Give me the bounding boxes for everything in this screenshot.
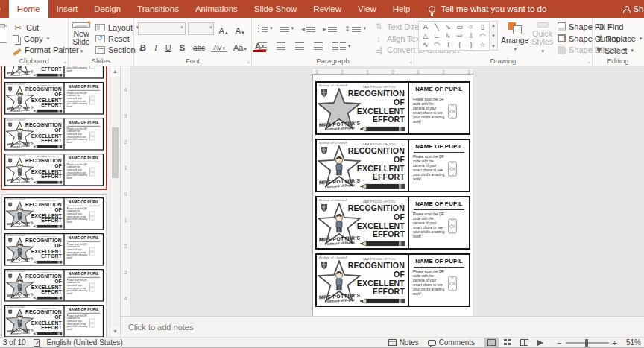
paste-button[interactable] [0, 21, 7, 55]
shape-gallery-item[interactable]: A [423, 23, 428, 31]
postcard[interactable]: Bishop of Llandaff' I AM PROUD OF YOU 'R… [315, 196, 470, 250]
shape-gallery-item[interactable]: △ [423, 32, 428, 39]
shape-gallery-item[interactable]: ▯ [481, 23, 484, 31]
tab-review[interactable]: Review [305, 0, 350, 18]
increase-indent-button[interactable]: ▸ [321, 22, 339, 35]
shape-gallery-item[interactable]: { [458, 41, 461, 48]
paste-icon [0, 25, 7, 43]
reading-view-icon [520, 339, 528, 346]
shape-gallery-item[interactable]: ⇨ [457, 32, 463, 39]
tab-animations[interactable]: Animations [187, 0, 246, 18]
smartart-icon: ⇶ [373, 45, 384, 55]
select-button[interactable]: Select▾ [596, 45, 643, 55]
line-spacing-button[interactable]: ⇕▾ [342, 22, 368, 35]
columns-button[interactable]: ▾ [330, 39, 353, 53]
find-button[interactable]: Find [596, 22, 643, 32]
font-size-combo[interactable] [188, 22, 215, 35]
slide-sorter-view-button[interactable] [500, 338, 515, 347]
slide-thumbnail-selected[interactable]: Bishop of Llandaff' I AM PROUD OF YOU 'R… [1, 66, 107, 190]
zoom-slider[interactable] [566, 342, 609, 344]
thumbnail-scrollbar[interactable]: ▲ ▼ [110, 66, 120, 337]
comments-toggle[interactable]: Comments [428, 338, 475, 347]
share-button[interactable]: Share [623, 0, 644, 18]
zoom-level[interactable]: 51% [626, 338, 641, 347]
tab-insert[interactable]: Insert [48, 0, 86, 18]
replace-button[interactable]: abacReplace▾ [596, 34, 643, 44]
drawing-dialog-launcher[interactable]: ⌟ [587, 58, 590, 64]
postcard[interactable]: Bishop of Llandaff' I AM PROUD OF YOU 'R… [315, 253, 470, 307]
shape-gallery-item[interactable]: ↳ [446, 32, 452, 39]
slide-show-button[interactable] [533, 338, 548, 347]
align-right-button[interactable] [293, 39, 306, 53]
increase-font-size-button[interactable]: A▲ [216, 22, 230, 35]
align-left-button[interactable] [256, 39, 269, 53]
zoom-out-button[interactable]: − [557, 339, 561, 347]
zoom-in-button[interactable]: + [613, 339, 617, 347]
tab-view[interactable]: View [350, 0, 385, 18]
font-dialog-launcher[interactable]: ⌟ [247, 58, 250, 64]
tab-design[interactable]: Design [86, 0, 129, 18]
shape-gallery-item[interactable]: } [470, 41, 472, 48]
slide-thumbnail-panel: Bishop of Llandaff' I AM PROUD OF YOU 'R… [0, 66, 121, 337]
notes-toggle[interactable]: Notes [388, 338, 419, 347]
language-indicator[interactable]: English (United States) [47, 338, 123, 347]
numbering-button[interactable]: ▾ [278, 22, 297, 35]
shape-gallery-item[interactable]: ∿ [423, 41, 429, 48]
tab-help[interactable]: Help [385, 0, 419, 18]
bold-button[interactable]: B [138, 39, 148, 52]
postcard[interactable]: Bishop of Llandaff' I AM PROUD OF YOU 'R… [315, 139, 470, 192]
shape-gallery-item[interactable]: ∟ [434, 32, 441, 39]
normal-view-button[interactable] [484, 338, 499, 347]
tab-file[interactable]: File [0, 0, 9, 18]
shape-gallery-item[interactable]: ⇩ [468, 32, 474, 39]
caret-icon: ▾ [47, 36, 50, 42]
decrease-indent-button[interactable]: ◂ [299, 22, 318, 35]
align-center-button[interactable] [274, 39, 288, 53]
arrange-button[interactable]: Arrange ▾ [501, 21, 528, 55]
slide-canvas[interactable]: 3210123 Bishop of Llandaff' I AM PROUD O… [131, 66, 644, 316]
gallery-expand-icon[interactable]: ▼ [491, 44, 496, 48]
shape-gallery-item[interactable]: ↘ [446, 23, 452, 31]
strikethrough-button[interactable]: abc [191, 39, 207, 52]
tell-me-box[interactable]: Tell me what you want to do [429, 0, 546, 18]
tab-transitions[interactable]: Transitions [129, 0, 187, 18]
clipboard-dialog-launcher[interactable]: ⌟ [63, 58, 66, 64]
slide-editing-surface[interactable]: Bishop of Llandaff' I AM PROUD OF YOU 'R… [313, 75, 473, 316]
notes-pane[interactable]: Click to add notes [121, 316, 644, 337]
text-shadow-button[interactable]: S [177, 39, 187, 52]
quick-styles-button[interactable]: Quick Styles ▾ [531, 21, 553, 55]
postcard[interactable]: Bishop of Llandaff' I AM PROUD OF YOU 'R… [315, 81, 470, 135]
tab-home[interactable]: Home [9, 0, 48, 18]
notes-placeholder[interactable]: Click to add notes [128, 323, 193, 332]
bullets-button[interactable]: ▾ [256, 22, 275, 35]
scroll-up-icon[interactable]: ▲ [491, 23, 496, 28]
shape-gallery-item[interactable]: ▭ [456, 23, 463, 31]
shape-gallery-item[interactable]: ╲ [435, 23, 438, 31]
spellcheck-icon[interactable] [34, 339, 40, 347]
justify-button[interactable] [312, 39, 325, 53]
shape-gallery-item[interactable]: ≀ [447, 41, 449, 48]
underline-button[interactable]: U [163, 39, 174, 52]
pupil-character-icon [15, 127, 25, 142]
new-slide-button[interactable]: New Slide ▾ [72, 21, 90, 55]
shape-gallery-item[interactable]: ○ [469, 23, 473, 31]
shapes-gallery-scrollbar[interactable]: ▲▼▼ [490, 21, 498, 51]
character-spacing-button[interactable]: AV▾ [211, 39, 227, 52]
scroll-down-icon[interactable]: ▼ [491, 34, 496, 38]
font-name-combo[interactable] [138, 22, 186, 35]
reading-view-button[interactable] [517, 338, 531, 347]
zoom-slider-thumb[interactable] [585, 339, 588, 347]
paragraph-dialog-launcher[interactable]: ⌟ [409, 58, 412, 64]
scrollbar-thumb[interactable] [112, 127, 119, 178]
italic-button[interactable]: I [152, 39, 160, 52]
shape-gallery-item[interactable]: ☆ [479, 41, 485, 48]
postcard: Bishop of Llandaff' I AM PROUD OF YOU 'R… [4, 82, 104, 115]
shape-gallery-item[interactable]: ◠ [434, 41, 440, 48]
change-case-button[interactable]: Aa▾ [231, 39, 249, 52]
scrollbar-up-icon[interactable]: ▲ [110, 66, 120, 77]
slide-thumbnail[interactable]: Bishop of Llandaff' I AM PROUD OF YOU 'R… [1, 194, 107, 337]
shape-gallery-item[interactable]: ◠ [479, 32, 485, 39]
scrollbar-down-icon[interactable]: ▼ [110, 326, 120, 337]
decrease-font-size-button[interactable]: A▼ [233, 22, 247, 35]
tab-slide-show[interactable]: Slide Show [246, 0, 306, 18]
